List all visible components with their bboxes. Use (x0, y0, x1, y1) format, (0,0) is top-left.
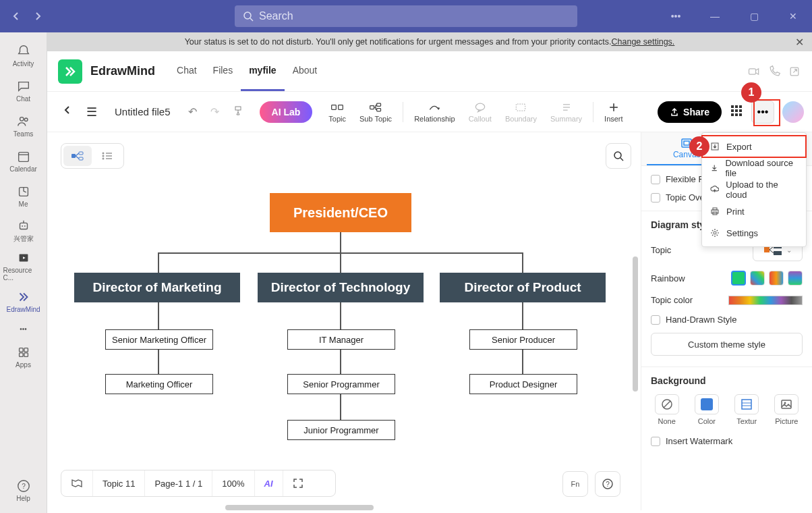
bg-texture[interactable]: Textur (731, 394, 763, 425)
panel-collapse[interactable] (641, 139, 641, 163)
bg-none[interactable]: None (651, 394, 683, 425)
left-rail: Activity Chat Teams Calendar Me 兴管家 Reso… (0, 32, 47, 513)
tab-myfile[interactable]: myfile (241, 52, 284, 91)
call-icon[interactable] (767, 65, 781, 78)
redo-button[interactable]: ↷ (204, 101, 226, 122)
rail-help[interactable]: ?Help (3, 473, 44, 508)
tool-boundary[interactable]: Boundary (498, 101, 544, 123)
rail-teams[interactable]: Teams (3, 108, 44, 143)
more-menu[interactable]: ••• (662, 3, 689, 30)
node-dir-marketing[interactable]: Director of Marketing (74, 273, 240, 302)
dd-download[interactable]: Download source file (702, 157, 806, 179)
node-marketing-officer[interactable]: Marketing Officer (105, 374, 213, 394)
svg-point-0 (244, 12, 251, 19)
window-maximize[interactable]: ▢ (741, 3, 767, 30)
node-dir-product[interactable]: Director of Product (440, 273, 606, 302)
tool-insert[interactable]: Insert (598, 101, 630, 123)
tool-relationship[interactable]: Relationship (407, 101, 462, 123)
topic-color-picker[interactable] (728, 296, 803, 305)
tool-summary[interactable]: Summary (544, 101, 589, 123)
outline-view[interactable] (94, 146, 122, 166)
svg-point-75 (714, 232, 716, 234)
rail-apps[interactable]: Apps (3, 339, 44, 374)
bg-picture[interactable]: Picture (771, 394, 803, 425)
node-ceo[interactable]: President/CEO (270, 193, 411, 232)
grid-view-button[interactable] (730, 104, 743, 120)
rainbow-3[interactable] (769, 271, 784, 286)
tab-files[interactable]: Files (205, 52, 241, 91)
ai-lab-button[interactable]: AI Lab (260, 101, 313, 123)
topic-count: Topic 11 (93, 470, 145, 496)
hamburger-menu[interactable]: ☰ (80, 101, 104, 124)
svg-rect-7 (20, 223, 27, 229)
horizontal-scrollbar[interactable] (225, 505, 374, 510)
ai-icon[interactable]: AI (255, 470, 283, 496)
tab-chat[interactable]: Chat (169, 52, 205, 91)
zoom-level[interactable]: 100% (212, 470, 254, 496)
rail-activity[interactable]: Activity (3, 38, 44, 73)
node-junior-programmer[interactable]: Junior Programmer (287, 420, 395, 440)
rail-more[interactable]: ••• (3, 319, 44, 339)
rainbow-4[interactable] (788, 271, 803, 286)
rail-chat[interactable]: Chat (3, 73, 44, 108)
rail-me[interactable]: Me (3, 178, 44, 213)
nav-forward[interactable] (30, 8, 46, 24)
svg-point-55 (614, 152, 621, 159)
node-dir-technology[interactable]: Director of Technology (258, 273, 424, 302)
chk-topic-overlap[interactable] (651, 193, 660, 202)
banner-close[interactable]: ✕ (795, 36, 804, 49)
node-senior-marketing[interactable]: Senior Marketing Officer (105, 329, 213, 350)
status-bar: Topic 11 Page-1 1 / 1 100% AI (61, 470, 336, 497)
tool-subtopic[interactable]: Sub Topic (353, 101, 399, 123)
change-settings-link[interactable]: Change settings. (612, 37, 675, 47)
file-title[interactable]: Untitled file5 (115, 106, 171, 117)
bg-color[interactable]: Color (691, 394, 722, 425)
svg-rect-13 (19, 348, 22, 352)
chk-watermark[interactable] (651, 437, 660, 446)
rail-resource[interactable]: Resource C... (3, 248, 44, 284)
search-input[interactable]: Search (235, 5, 577, 27)
node-senior-producer[interactable]: Senior Producer (469, 329, 577, 350)
mindmap-view[interactable] (63, 146, 92, 166)
svg-rect-36 (735, 105, 738, 108)
canvas-search[interactable] (606, 143, 631, 169)
tool-callout[interactable]: Callout (462, 101, 498, 123)
chk-hand-drawn[interactable] (651, 315, 660, 325)
page-info[interactable]: Page-1 1 / 1 (145, 470, 212, 496)
popout-icon[interactable] (788, 65, 801, 78)
dd-settings[interactable]: Settings (702, 222, 806, 244)
back-button[interactable] (55, 101, 80, 123)
map-icon[interactable] (61, 470, 93, 496)
help-button[interactable]: ? (595, 471, 620, 497)
rail-edrawmind[interactable]: EdrawMind (3, 284, 44, 319)
format-painter[interactable] (226, 101, 250, 123)
rail-xingguanjia[interactable]: 兴管家 (3, 213, 44, 248)
fullscreen-button[interactable] (283, 470, 313, 496)
undo-button[interactable]: ↶ (181, 101, 204, 122)
node-it-manager[interactable]: IT Manager (287, 329, 395, 350)
node-product-designer[interactable]: Product Designer (469, 374, 577, 394)
lbl-hand-drawn: Hand-Drawn Style (666, 315, 737, 325)
dd-print[interactable]: Print (702, 200, 806, 222)
dd-export[interactable]: Export (702, 136, 806, 157)
tool-topic[interactable]: Topic (322, 101, 353, 123)
dd-upload[interactable]: Upload to the cloud (702, 179, 806, 200)
svg-rect-21 (235, 107, 241, 110)
chk-flexible[interactable] (651, 175, 660, 184)
fn-button[interactable]: Fn (562, 471, 588, 497)
custom-theme-button[interactable]: Custom theme style (651, 333, 803, 356)
nav-back[interactable] (8, 8, 24, 24)
lbl-topic-color: Topic color (651, 295, 693, 305)
video-icon[interactable] (747, 65, 761, 78)
user-avatar[interactable] (782, 101, 804, 123)
share-button[interactable]: Share (658, 101, 722, 123)
rail-calendar[interactable]: Calendar (3, 143, 44, 178)
node-senior-programmer[interactable]: Senior Programmer (287, 374, 395, 394)
window-close[interactable]: ✕ (780, 3, 807, 30)
rainbow-2[interactable] (750, 271, 765, 286)
canvas-area[interactable]: President/CEO Director of Marketing Dire… (47, 132, 641, 474)
vertical-scrollbar[interactable] (633, 256, 638, 392)
tab-about[interactable]: About (285, 52, 326, 91)
window-minimize[interactable]: — (701, 3, 728, 30)
rainbow-1[interactable] (731, 271, 746, 286)
